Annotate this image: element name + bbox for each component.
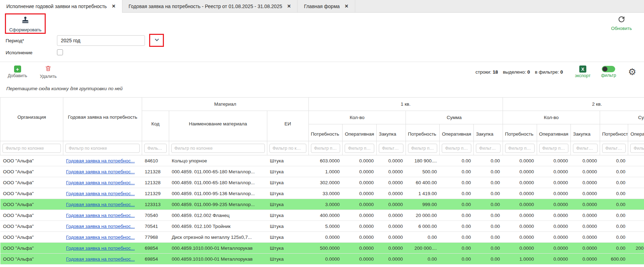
execution-label: Исполнение (6, 50, 32, 55)
col-header-need-q2-sum[interactable]: Потребность (600, 124, 628, 141)
tab-execution-annual-request[interactable]: Исполнение годовой заявки на потребность… (0, 0, 122, 12)
refresh-icon (618, 18, 625, 24)
annual-request-link[interactable]: Годовая заявка на потребнос... (66, 169, 135, 174)
column-filter-input[interactable] (2, 144, 61, 153)
table-row[interactable]: ООО "Альфа"Годовая заявка на потребнос..… (0, 199, 644, 210)
col-header-organization[interactable]: Организация (0, 98, 63, 141)
column-filter-input[interactable] (408, 144, 438, 153)
excel-icon: X (579, 66, 586, 73)
add-button-label: Добавить (8, 73, 27, 78)
column-filter-input[interactable] (379, 144, 403, 153)
column-filter-input[interactable] (505, 144, 535, 153)
group-header-material: Материал (142, 98, 309, 111)
refresh-button[interactable]: Обновить (607, 15, 636, 31)
col-header-operative-q1-sum[interactable]: Оперативная (440, 124, 474, 141)
generate-button[interactable]: Сформировать (8, 15, 43, 32)
group-header-quarter2: 2 кв. (503, 98, 644, 111)
col-header-purchase-q1-sum[interactable]: Закупка (474, 124, 503, 141)
group-header-sum-q2: Сумма (600, 111, 644, 124)
col-header-need-q2-qty[interactable]: Потребность (503, 124, 537, 141)
annual-request-link[interactable]: Годовая заявка на потребнос... (66, 256, 135, 262)
grid-stats: строки: 18 выделено: 0 в фильтре: 0 (476, 69, 563, 75)
group-header-qty-q2: Кол-во (503, 111, 600, 124)
tab-label: Исполнение годовой заявки на потребность (6, 4, 107, 9)
filter-toggle-label: фильтр (601, 73, 616, 78)
in-filter-count: в фильтре: 0 (535, 69, 563, 75)
annual-request-link[interactable]: Годовая заявка на потребнос... (66, 158, 135, 163)
table-row[interactable]: ООО "Альфа"Годовая заявка на потребнос..… (0, 232, 644, 243)
table-row[interactable]: ООО "Альфа"Годовая заявка на потребнос..… (0, 155, 644, 166)
col-header-operative-q1-qty[interactable]: Оперативная (343, 124, 377, 141)
column-filter-input[interactable] (630, 144, 644, 153)
annual-request-link[interactable]: Годовая заявка на потребнос... (66, 224, 135, 229)
delete-button-label: Удалить (40, 74, 57, 79)
column-filter-input[interactable] (442, 144, 471, 153)
delete-button[interactable]: Удалить (40, 65, 57, 79)
tab-close-icon[interactable]: ✕ (287, 4, 291, 9)
export-button-label: экспорт (575, 73, 591, 78)
table-row[interactable]: ООО "Альфа"Годовая заявка на потребнос..… (0, 166, 644, 177)
col-header-purchase-q1-qty[interactable]: Закупка (377, 124, 406, 141)
tab-annual-request-registry[interactable]: Годовая заявка на потребность - Реестр о… (122, 0, 298, 12)
annual-request-link[interactable]: Годовая заявка на потребнос... (66, 202, 135, 207)
export-button[interactable]: X экспорт (575, 66, 591, 78)
column-filter-input[interactable] (171, 144, 265, 153)
period-label: Период* (6, 38, 24, 43)
column-filter-input[interactable] (311, 144, 340, 153)
column-filter-input[interactable] (269, 144, 306, 153)
tab-main-form[interactable]: Главная форма ✕ (298, 0, 355, 12)
group-by-hint: Перетащите сюда колонку для группировки … (6, 86, 644, 93)
annual-request-link[interactable]: Годовая заявка на потребнос... (66, 235, 135, 240)
rows-count: строки: 18 (476, 69, 498, 75)
table-row[interactable]: ООО "Альфа"Годовая заявка на потребнос..… (0, 254, 644, 265)
column-filter-input[interactable] (573, 144, 598, 153)
table-row[interactable]: ООО "Альфа"Годовая заявка на потребнос..… (0, 210, 644, 221)
stamp-icon (21, 20, 30, 26)
period-dropdown-button[interactable] (152, 36, 162, 45)
annual-request-link[interactable]: Годовая заявка на потребнос... (66, 180, 135, 185)
col-header-code[interactable]: Код (142, 111, 169, 141)
tab-close-icon[interactable]: ✕ (112, 4, 116, 9)
toggle-switch-icon[interactable] (602, 66, 615, 72)
table-row[interactable]: ООО "Альфа"Годовая заявка на потребнос..… (0, 243, 644, 254)
annual-request-link[interactable]: Годовая заявка на потребнос... (66, 213, 135, 218)
col-header-annual-request[interactable]: Годовая заявка на потребность (63, 98, 142, 141)
col-header-unit[interactable]: ЕИ (267, 111, 308, 141)
column-filter-input[interactable] (602, 144, 626, 153)
tab-bar: Исполнение годовой заявки на потребность… (0, 0, 644, 13)
group-header-qty-q1: Кол-во (308, 111, 406, 124)
trash-icon (45, 65, 52, 73)
column-filter-input[interactable] (476, 144, 500, 153)
execution-checkbox[interactable] (57, 49, 63, 55)
column-filter-input[interactable] (539, 144, 569, 153)
period-input[interactable] (57, 35, 145, 46)
form-panel: Сформировать Обновить Период* Исполнение (0, 13, 644, 62)
col-header-purchase-q2-qty[interactable]: Закупка (571, 124, 600, 141)
table-row[interactable]: ООО "Альфа"Годовая заявка на потребнос..… (0, 188, 644, 199)
filter-toggle[interactable]: фильтр (601, 66, 616, 78)
col-header-operative-q2-sum[interactable]: Оперативная (628, 124, 644, 141)
col-header-need-q1-qty[interactable]: Потребность (308, 124, 343, 141)
annual-request-link[interactable]: Годовая заявка на потребнос... (66, 191, 135, 196)
annual-request-link[interactable]: Годовая заявка на потребнос... (66, 246, 135, 251)
group-header-sum-q1: Сумма (406, 111, 503, 124)
refresh-button-label: Обновить (607, 26, 636, 31)
data-grid: Организация Годовая заявка на потребност… (0, 97, 644, 265)
add-button[interactable]: + Добавить (8, 66, 27, 78)
gear-icon[interactable]: ⚙ (628, 67, 636, 76)
tab-close-icon[interactable]: ✕ (345, 4, 349, 9)
column-filter-input[interactable] (144, 144, 167, 153)
col-header-operative-q2-qty[interactable]: Оперативная (537, 124, 571, 141)
column-filter-input[interactable] (345, 144, 374, 153)
plus-icon: + (14, 66, 21, 73)
table-row[interactable]: ООО "Альфа"Годовая заявка на потребнос..… (0, 221, 644, 232)
column-filter-input[interactable] (65, 144, 140, 153)
tab-label: Главная форма (304, 4, 340, 9)
table-row[interactable]: ООО "Альфа"Годовая заявка на потребнос..… (0, 177, 644, 188)
col-header-need-q1-sum[interactable]: Потребность (406, 124, 440, 141)
generate-button-label: Сформировать (8, 27, 43, 32)
col-header-material-name[interactable]: Наименование материала (169, 111, 267, 141)
grid-toolbar: + Добавить Удалить строки: 18 выделено: … (0, 62, 644, 82)
filter-row (0, 141, 644, 155)
selected-count: выделено: 0 (503, 69, 530, 75)
